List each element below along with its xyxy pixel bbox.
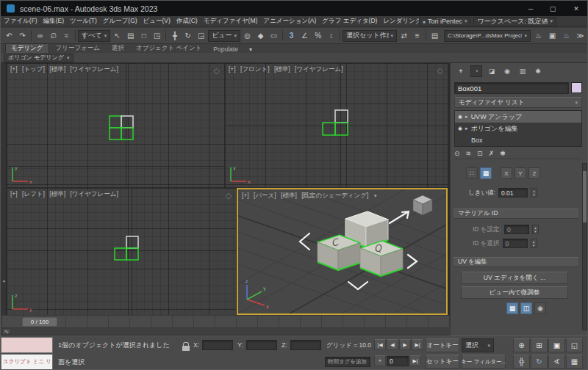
polygon-modeling-panel[interactable]: ポリゴン モデリング ▾ xyxy=(4,54,74,62)
viewport-label[interactable]: [+] [レフト] [標準] [ワイヤフレーム] xyxy=(10,190,121,199)
select-and-move-button[interactable]: ╋ xyxy=(168,29,181,43)
toggle-scene-explorer-button[interactable]: ▤ xyxy=(429,29,441,43)
current-frame-field[interactable]: 0 xyxy=(387,356,409,366)
select-by-name-button[interactable]: ▤ xyxy=(124,29,137,43)
workspace-selector[interactable]: ワークスペース: 既定値 ▾ xyxy=(473,17,556,26)
menu-group[interactable]: グループ(G) xyxy=(100,17,140,26)
viewport-label[interactable]: [+] [フロント] [標準] [ワイヤフレーム] xyxy=(229,65,346,74)
menu-file[interactable]: ファイル(F) xyxy=(1,17,40,26)
viewport-menu-shading[interactable]: [既定のシェーディング] xyxy=(301,192,368,199)
expand-arrow-icon[interactable]: ▸ xyxy=(465,114,468,120)
viewport-menu-general[interactable]: [+] xyxy=(10,65,18,73)
viewport-front[interactable]: [+] [フロント] [標準] [ワイヤフレーム] ◇ x y xyxy=(225,63,448,187)
tab-motion-icon[interactable]: ◉ xyxy=(501,65,513,77)
visibility-bulb-icon[interactable]: ◉ xyxy=(458,126,462,131)
auto-key-button[interactable]: オートキー xyxy=(426,338,459,352)
open-uv-editor-button[interactable]: UV エディタを開く ... xyxy=(461,272,568,284)
time-slider[interactable]: 0 / 100 xyxy=(22,317,57,327)
zoom-all-button[interactable]: ⊞ xyxy=(531,338,548,352)
redo-button[interactable]: ↷ xyxy=(16,29,29,43)
viewport-menu-standard[interactable]: [標準] xyxy=(274,65,290,73)
zoom-button[interactable]: ⊕ xyxy=(513,338,530,352)
set-id-field[interactable]: 0 xyxy=(504,225,529,234)
viewport-menu-shading[interactable]: [ワイヤフレーム] xyxy=(295,65,343,73)
zoom-extents-button[interactable]: ▣ xyxy=(548,338,565,352)
remove-modifier-button[interactable]: ✗ xyxy=(489,150,495,157)
viewcube-icon[interactable]: ◇ xyxy=(226,191,232,200)
perspective-scene[interactable]: C Q zxy xyxy=(238,189,446,313)
key-selection-set-dropdown[interactable]: 選択 ▾ xyxy=(462,338,494,352)
uv-mode-icon-3[interactable]: ◉ xyxy=(534,302,546,314)
tweak-in-view-button[interactable]: ビュー内で微調整 xyxy=(461,286,568,299)
wireframe-objects-front[interactable] xyxy=(225,63,448,187)
viewcube-icon[interactable]: ◇ xyxy=(437,66,443,76)
maximize-button[interactable]: ▢ xyxy=(542,1,564,16)
viewport-menu-general[interactable]: [+] xyxy=(10,190,18,197)
y-coordinate-field[interactable] xyxy=(246,340,277,350)
zoom-region-button[interactable]: ◱ xyxy=(566,338,583,352)
set-id-spinner[interactable]: ▴▾ xyxy=(532,225,539,234)
scrollbar-thumb[interactable] xyxy=(583,171,587,222)
next-frame-button[interactable]: ▶| xyxy=(409,355,421,366)
stack-item-edit-poly[interactable]: ◉ ▸ ポリゴンを編集 xyxy=(455,123,581,134)
make-unique-button[interactable]: ⊡ xyxy=(477,150,483,157)
show-end-result-button[interactable]: ≋ xyxy=(466,150,472,157)
reference-coordinate-dropdown[interactable]: ビュー ▾ xyxy=(208,30,240,42)
x-coordinate-field[interactable] xyxy=(202,340,233,350)
rollout-material-id[interactable]: マテリアル ID xyxy=(453,208,578,219)
viewport-label[interactable]: [+] [パース] [標準] [既定のシェーディング] ▼ xyxy=(242,192,381,200)
selection-filter-dropdown[interactable]: すべて ▾ xyxy=(78,30,110,42)
time-tag-field[interactable]: 時間タグを追加 xyxy=(325,357,370,367)
track-bar[interactable]: ∿ xyxy=(1,328,450,335)
user-account-menu[interactable]: ● Tori iPentec ▾ xyxy=(419,17,471,26)
percent-snap-toggle[interactable]: % xyxy=(312,29,324,43)
window-crossing-toggle[interactable]: ◳ xyxy=(151,29,163,43)
select-and-scale-button[interactable]: ◲ xyxy=(195,29,207,43)
align-z-button[interactable]: Z xyxy=(528,167,540,179)
viewport-menu-general[interactable]: [+] xyxy=(229,65,236,73)
uv-mode-icon-1[interactable]: ▦ xyxy=(506,302,518,314)
panel-scrollbar[interactable] xyxy=(582,163,587,330)
menu-animation[interactable]: アニメーション(A) xyxy=(260,17,319,26)
mini-listener-field[interactable]: スクリプト ミニ リス xyxy=(1,354,53,370)
viewport-menu-pov[interactable]: [パース] xyxy=(254,192,276,199)
viewport-menu-standard[interactable]: [標準] xyxy=(49,190,65,197)
per-view-filter-icon[interactable]: ▼ xyxy=(373,194,378,198)
select-id-field[interactable]: 0 xyxy=(503,239,528,248)
snap-toggle[interactable]: 3 xyxy=(285,29,298,43)
wireframe-objects-left[interactable] xyxy=(7,188,236,315)
project-folder-dropdown[interactable]: C:\Storage\P...dsMax Project ▾ xyxy=(444,30,531,42)
tab-selection[interactable]: 選択 xyxy=(107,44,129,53)
viewport-menu-pov[interactable]: [レフト] xyxy=(22,190,45,197)
menu-tools[interactable]: ツール(T) xyxy=(67,17,100,26)
rollout-edit-uv[interactable]: UV を編集 xyxy=(453,257,578,267)
viewport-menu-pov[interactable]: [フロント] xyxy=(240,65,270,73)
viewport-menu-shading[interactable]: [ワイヤフレーム] xyxy=(70,65,118,73)
mirror-button[interactable]: ⇄ xyxy=(398,29,410,43)
angle-snap-toggle[interactable]: ∠ xyxy=(298,29,311,43)
tab-object-paint[interactable]: オブジェクト ペイント xyxy=(131,44,207,53)
macro-recorder-field[interactable] xyxy=(1,337,53,353)
z-coordinate-field[interactable] xyxy=(290,340,321,350)
select-id-spinner[interactable]: ▴▾ xyxy=(531,239,537,248)
align-x-button[interactable]: X xyxy=(501,167,512,179)
menu-modifiers[interactable]: モディファイヤ(M) xyxy=(201,17,261,26)
threshold-field[interactable]: 0.01 xyxy=(498,188,528,197)
viewport-left[interactable]: [+] [レフト] [標準] [ワイヤフレーム] ◇ y z xyxy=(7,188,236,315)
object-color-swatch[interactable] xyxy=(571,82,582,93)
viewport-menu-general[interactable]: [+] xyxy=(242,192,249,199)
select-grid-icon[interactable]: ▦ xyxy=(480,167,492,179)
keyboard-override-toggle[interactable]: ▭ xyxy=(268,29,280,43)
viewport-perspective[interactable]: C Q zxy [+] [パース] [標準] xyxy=(237,188,448,315)
key-filters-button[interactable]: キー フィルター... xyxy=(462,355,506,369)
select-object-button[interactable]: ↖ xyxy=(111,29,123,43)
close-button[interactable]: ✕ xyxy=(564,1,588,16)
maximize-viewport-toggle[interactable]: ▦ xyxy=(566,355,583,369)
bind-to-spacewarp-button[interactable]: ≈ xyxy=(60,29,73,43)
viewport-top[interactable]: [+] [トップ] [標準] [ワイヤフレーム] ◇ x y xyxy=(7,63,224,187)
tab-hierarchy-icon[interactable]: ◪ xyxy=(486,65,498,77)
tab-populate[interactable]: Populate xyxy=(208,46,243,53)
viewport-menu-standard[interactable]: [標準] xyxy=(49,65,65,73)
render-setup-button[interactable]: ♨ xyxy=(532,29,545,43)
tab-freeform[interactable]: フリーフォーム xyxy=(51,44,106,53)
